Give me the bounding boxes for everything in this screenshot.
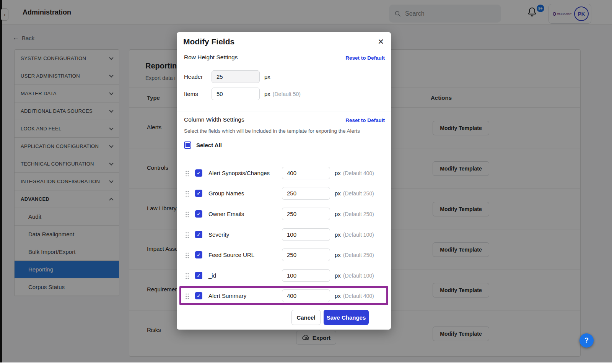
divider <box>177 112 391 112</box>
save-changes-button[interactable]: Save Changes <box>324 310 369 325</box>
field-row-id: ✓ _id px (Default 100) <box>184 269 385 282</box>
column-width-settings-title: Column Width Settings <box>184 116 244 123</box>
default-note: (Default 250) <box>343 211 374 217</box>
header-height-row: Header px <box>184 70 385 83</box>
field-checkbox[interactable]: ✓ <box>195 292 202 299</box>
field-width-input[interactable] <box>282 187 330 200</box>
drag-handle-icon[interactable] <box>185 170 189 177</box>
divider <box>177 155 391 155</box>
px-unit: px <box>335 190 341 197</box>
cancel-button[interactable]: Cancel <box>291 310 321 325</box>
default-note: (Default 100) <box>343 232 374 238</box>
items-height-input[interactable] <box>212 88 260 100</box>
field-checkbox[interactable]: ✓ <box>195 272 202 279</box>
select-all-label: Select All <box>196 142 222 148</box>
px-unit: px <box>335 292 341 299</box>
field-width-input[interactable] <box>282 167 330 179</box>
field-checkbox[interactable]: ✓ <box>195 231 202 238</box>
drag-handle-icon[interactable] <box>185 272 189 279</box>
column-width-description: Select the fields which will be included… <box>184 128 360 134</box>
indeterminate-checkbox-icon <box>184 141 191 149</box>
close-icon[interactable]: ✕ <box>378 37 384 46</box>
drag-handle-icon[interactable] <box>185 252 189 258</box>
administration-page: › Administration 9+ REGOLOGY PK ← Back S… <box>0 0 612 362</box>
field-checkbox[interactable]: ✓ <box>195 190 202 197</box>
drag-handle-icon[interactable] <box>185 211 189 218</box>
px-unit: px <box>335 272 341 279</box>
field-row-alert-summary: ✓ Alert Summary px (Default 400) <box>184 289 385 302</box>
field-row-severity: ✓ Severity px (Default 100) <box>184 228 385 241</box>
modify-fields-modal: Modify Fields ✕ Row Height Settings Rese… <box>177 32 391 330</box>
default-note: (Default 50) <box>273 91 301 97</box>
drag-handle-icon[interactable] <box>185 292 189 299</box>
field-width-input[interactable] <box>282 208 330 220</box>
px-unit: px <box>335 211 341 217</box>
items-height-label: Items <box>184 91 212 97</box>
default-note: (Default 250) <box>343 252 374 258</box>
px-unit: px <box>264 73 270 80</box>
px-unit: px <box>335 170 341 176</box>
default-note: (Default 400) <box>343 170 374 176</box>
drag-handle-icon[interactable] <box>185 190 189 197</box>
default-note: (Default 250) <box>343 190 374 197</box>
reset-column-width-link[interactable]: Reset to Default <box>345 117 385 123</box>
help-button[interactable]: ? <box>579 333 594 348</box>
default-note: (Default 400) <box>343 293 374 299</box>
field-width-input[interactable] <box>282 228 330 241</box>
px-unit: px <box>335 231 341 238</box>
header-height-label: Header <box>184 73 212 80</box>
default-note: (Default 100) <box>343 273 374 279</box>
field-row-owner-emails: ✓ Owner Emails px (Default 250) <box>184 208 385 220</box>
items-height-row: Items px (Default 50) <box>184 88 385 100</box>
header-height-input[interactable] <box>212 70 260 83</box>
modal-title: Modify Fields <box>183 37 234 46</box>
drag-handle-icon[interactable] <box>185 231 189 238</box>
field-checkbox[interactable]: ✓ <box>195 210 202 218</box>
field-row-group-names: ✓ Group Names px (Default 250) <box>184 187 385 200</box>
row-height-settings-title: Row Height Settings <box>184 54 238 61</box>
field-width-input[interactable] <box>282 249 330 261</box>
field-width-input[interactable] <box>282 269 330 282</box>
field-checkbox[interactable]: ✓ <box>195 169 202 177</box>
field-width-input[interactable] <box>282 289 330 302</box>
bottom-strip <box>0 362 612 364</box>
select-all-checkbox[interactable]: Select All <box>184 141 222 149</box>
reset-row-height-link[interactable]: Reset to Default <box>345 55 385 61</box>
field-row-alert-synopsis: ✓ Alert Synopsis/Changes px (Default 400… <box>184 167 385 179</box>
px-unit: px <box>335 252 341 258</box>
field-checkbox[interactable]: ✓ <box>195 251 202 258</box>
px-unit: px <box>264 91 270 97</box>
field-row-feed-source-url: ✓ Feed Source URL px (Default 250) <box>184 249 385 261</box>
